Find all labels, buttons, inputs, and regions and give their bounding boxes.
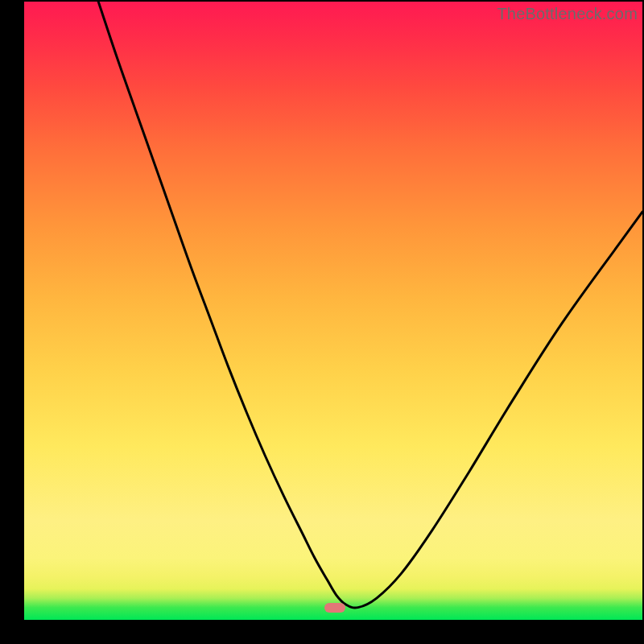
optimal-marker — [324, 603, 345, 613]
plot-area: TheBottleneck.com — [24, 2, 642, 620]
bottleneck-curve — [24, 2, 642, 620]
chart-frame: TheBottleneck.com — [0, 0, 644, 644]
